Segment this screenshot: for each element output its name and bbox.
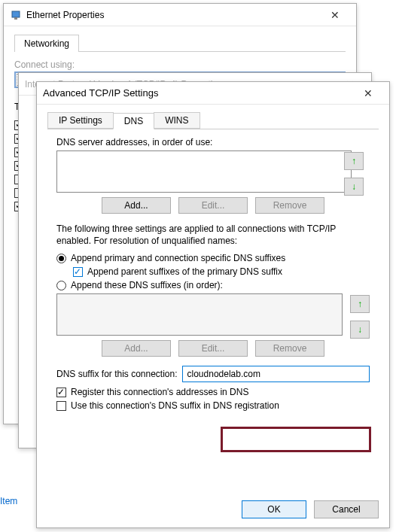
dns-remove-button[interactable]: Remove <box>255 197 324 214</box>
radio-append-these[interactable]: Append these DNS suffixes (in order): <box>56 280 370 290</box>
move-up-button[interactable]: ↑ <box>344 152 364 170</box>
checkbox-use-suffix-label: Use this connection's DNS suffix in DNS … <box>71 400 279 411</box>
advanced-titlebar: Advanced TCP/IP Settings ✕ <box>37 82 389 105</box>
dns-edit-button[interactable]: Edit... <box>178 197 248 214</box>
radio-append-these-label: Append these DNS suffixes (in order): <box>71 280 223 290</box>
radio-append-primary-label: Append primary and connection specific D… <box>71 253 285 263</box>
arrow-up-icon: ↑ <box>358 299 362 309</box>
checkbox-use-suffix[interactable]: Use this connection's DNS suffix in DNS … <box>56 400 370 411</box>
dns-suffixes-listbox <box>56 293 343 336</box>
checkbox-register-dns[interactable]: Register this connection's addresses in … <box>56 387 370 397</box>
suffix-move-down-button: ↓ <box>350 321 370 339</box>
checkbox-icon <box>73 267 83 277</box>
ok-button[interactable]: OK <box>242 500 306 518</box>
cancel-button[interactable]: Cancel <box>314 500 379 518</box>
ethernet-tabstrip: Networking <box>14 34 346 52</box>
annotation-highlight <box>221 427 371 452</box>
dns-servers-listbox[interactable] <box>56 150 352 193</box>
ethernet-titlebar: Ethernet Properties ✕ <box>4 4 356 26</box>
svg-rect-1 <box>14 17 17 20</box>
close-icon[interactable]: ✕ <box>353 87 383 99</box>
close-icon[interactable]: ✕ <box>320 9 350 21</box>
tab-ip-settings[interactable]: IP Settings <box>47 112 114 129</box>
dns-servers-label: DNS server addresses, in order of use: <box>56 137 377 147</box>
arrow-down-icon: ↓ <box>352 181 356 192</box>
dns-suffix-input[interactable] <box>182 366 370 382</box>
dns-suffix-label: DNS suffix for this connection: <box>56 369 178 379</box>
checkbox-append-parent[interactable]: Append parent suffixes of the primary DN… <box>73 266 370 277</box>
advanced-tcpip-window: Advanced TCP/IP Settings ✕ IP Settings D… <box>36 81 390 528</box>
suffix-info-label: The following three settings are applied… <box>56 223 370 247</box>
suffix-edit-button: Edit... <box>178 340 248 357</box>
checkbox-append-parent-label: Append parent suffixes of the primary DN… <box>87 266 282 277</box>
suffix-remove-button: Remove <box>255 340 324 357</box>
network-adapter-icon <box>10 9 22 21</box>
tab-dns[interactable]: DNS <box>113 113 154 129</box>
suffix-move-up-button: ↑ <box>350 295 370 313</box>
checkbox-icon <box>56 388 66 397</box>
tab-networking[interactable]: Networking <box>14 35 79 52</box>
ethernet-title: Ethernet Properties <box>26 10 320 20</box>
dns-add-button[interactable]: Add... <box>102 197 171 214</box>
suffix-add-button: Add... <box>102 340 171 357</box>
move-down-button[interactable]: ↓ <box>344 178 364 196</box>
svg-rect-0 <box>12 11 20 17</box>
radio-icon <box>56 281 66 290</box>
advanced-tabstrip: IP Settings DNS WINS <box>47 112 379 129</box>
tab-wins[interactable]: WINS <box>154 112 200 129</box>
radio-icon <box>56 254 66 263</box>
advanced-title: Advanced TCP/IP Settings <box>43 87 353 99</box>
connect-using-label: Connect using: <box>14 59 346 70</box>
checkbox-register-dns-label: Register this connection's addresses in … <box>71 387 248 397</box>
arrow-down-icon: ↓ <box>358 324 362 335</box>
radio-append-primary[interactable]: Append primary and connection specific D… <box>56 253 370 263</box>
checkbox-icon <box>56 401 66 411</box>
side-label: Item <box>0 496 17 506</box>
arrow-up-icon: ↑ <box>352 156 356 166</box>
